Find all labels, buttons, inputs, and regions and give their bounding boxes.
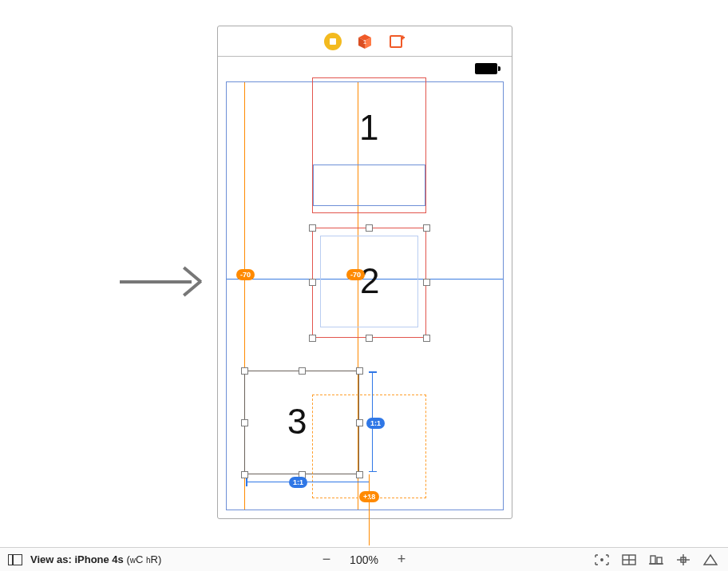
- view-3-label: 3: [287, 402, 307, 442]
- constraint-badge-1-1-horizontal[interactable]: 1:1: [289, 477, 307, 488]
- sel-handle[interactable]: [356, 471, 363, 478]
- svg-rect-11: [651, 556, 655, 564]
- sel-handle[interactable]: [241, 419, 248, 426]
- view-1-label: 1: [359, 108, 378, 148]
- resolve-issues-icon[interactable]: [702, 553, 718, 566]
- scene-toolbar: 1: [218, 26, 512, 57]
- panel-toggle-icon[interactable]: [8, 554, 22, 565]
- stop-icon[interactable]: [324, 33, 342, 50]
- sel-handle[interactable]: [423, 279, 430, 286]
- sel-handle[interactable]: [366, 224, 373, 232]
- zoom-value[interactable]: 100%: [346, 553, 382, 566]
- sel-handle[interactable]: [356, 419, 363, 426]
- constraint-badge-1-1-vertical[interactable]: 1:1: [366, 418, 385, 429]
- svg-point-7: [601, 558, 603, 560]
- align-icon[interactable]: [648, 553, 664, 566]
- root-view[interactable]: 1 2 -70 -70: [226, 81, 504, 510]
- view-as-prefix: View as:: [30, 553, 74, 565]
- sel-handle[interactable]: [309, 335, 316, 342]
- constraint-badge-minus70-a[interactable]: -70: [236, 269, 255, 280]
- constraint-badge-minus70-b[interactable]: -70: [346, 269, 365, 280]
- sel-handle[interactable]: [309, 279, 316, 286]
- view-2-label: 2: [360, 261, 379, 301]
- svg-text:1: 1: [363, 38, 367, 46]
- sel-handle[interactable]: [241, 367, 248, 375]
- canvas[interactable]: 1: [0, 0, 728, 547]
- bottom-toolbar: View as: iPhone 4s (wC hR) − 100% +: [0, 547, 728, 571]
- svg-marker-17: [704, 555, 717, 565]
- device-body: 1 2 -70 -70: [218, 57, 512, 518]
- initial-vc-arrow: [120, 273, 208, 289]
- guide-vertical-extend: [369, 498, 370, 545]
- view-as-device: iPhone 4s: [74, 553, 123, 565]
- sel-handle[interactable]: [241, 471, 248, 478]
- view-1-subview[interactable]: [313, 165, 425, 206]
- pin-constraints-icon[interactable]: [675, 553, 691, 566]
- sel-handle[interactable]: [309, 224, 316, 232]
- svg-rect-12: [657, 557, 662, 564]
- sel-handle[interactable]: [356, 367, 363, 375]
- sel-handle[interactable]: [423, 335, 430, 342]
- add-view-icon[interactable]: [388, 33, 406, 50]
- sel-handle[interactable]: [299, 367, 306, 375]
- sel-handle[interactable]: [423, 224, 430, 232]
- focus-icon[interactable]: [594, 553, 610, 566]
- battery-icon: [475, 63, 500, 74]
- sel-handle[interactable]: [366, 335, 373, 342]
- zoom-out-button[interactable]: −: [319, 553, 334, 567]
- zoom-controls: − 100% +: [319, 553, 409, 567]
- measure-horizontal-1-1[interactable]: [246, 482, 370, 482]
- svg-rect-4: [390, 36, 402, 47]
- scene-device-frame[interactable]: 1: [217, 26, 512, 519]
- editor-workspace: 1: [0, 0, 728, 547]
- cube-3d-icon[interactable]: 1: [356, 33, 374, 50]
- embed-stack-icon[interactable]: [621, 553, 637, 566]
- view-as-button[interactable]: View as: iPhone 4s (wC hR): [30, 553, 161, 565]
- zoom-in-button[interactable]: +: [394, 553, 409, 567]
